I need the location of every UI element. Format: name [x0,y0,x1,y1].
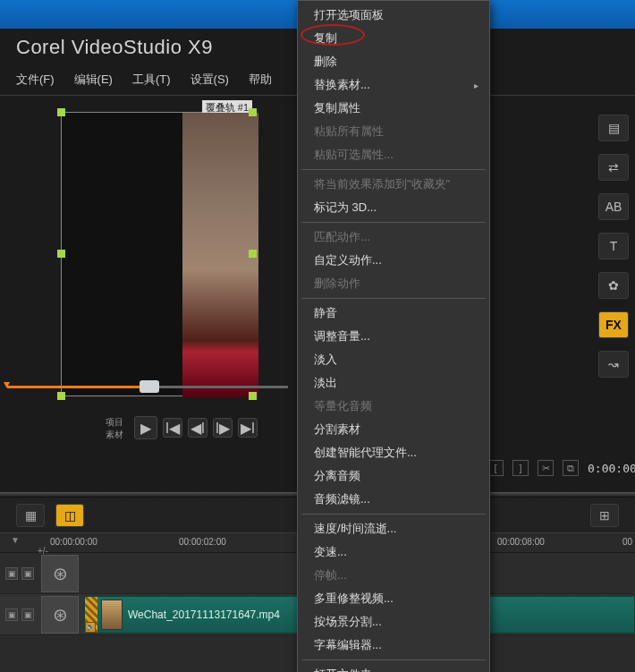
cm-mark-3d[interactable]: 标记为 3D... [298,196,489,219]
cm-replace-clip[interactable]: 替换素材... [298,73,489,97]
cm-separator [301,169,486,170]
step-fwd-button[interactable]: I▶ [213,418,233,438]
scrub-thumb[interactable] [140,380,159,393]
mode-project[interactable]: 项目 [106,416,123,429]
cm-separator [301,222,486,223]
logo-brand: Corel [16,36,72,58]
cm-mute[interactable]: 静音 [298,302,489,325]
fx-tool-icon[interactable]: FX [598,311,629,338]
scrub-in-marker[interactable]: ▾ [4,377,10,391]
ruler-tick: 00 [622,537,632,547]
cm-split-clip[interactable]: 分割素材 [298,418,489,441]
timeline-view-button[interactable]: ◫ [55,504,84,527]
player-controls: ▶ I◀ ◀I I▶ ▶I [134,411,258,445]
path-tool-icon[interactable]: ↝ [598,351,629,378]
track-toggle-group: ▣ ▣ [0,567,36,580]
cm-separator [301,514,486,515]
cm-separate-audio[interactable]: 分离音频 [298,464,489,488]
logo-version: X9 [182,36,213,58]
menu-settings[interactable]: 设置(S) [190,72,229,88]
clip-filename: WeChat_20171113171647.mp4 [128,608,280,621]
preview-pane: 覆叠轨 #1 ▾ 项目 素材 ▶ I◀ ◀I I▶ ▶I [0,96,286,445]
view-options-button[interactable]: ⊞ [590,504,619,527]
timecode-toolbar: [ ] ✂ ⧉ 0:00:00:00 ▲▼ [487,460,635,476]
cm-open-options[interactable]: 打开选项面板 [298,4,489,27]
menu-help[interactable]: 帮助 [249,72,272,88]
preview-scrubber[interactable]: ▾ [0,379,295,395]
track-vis-toggle[interactable]: ▣ [5,608,18,621]
video-track-icon: ⊛ [41,555,79,592]
cm-copy[interactable]: 复制 [298,27,489,50]
cm-adjust-volume[interactable]: 调整音量... [298,325,489,348]
clip-thumbnail [101,600,123,630]
resize-handle-ml[interactable] [57,250,65,258]
storyboard-view-button[interactable]: ▦ [16,504,45,527]
cm-create-proxy[interactable]: 创建智能代理文件... [298,441,489,464]
graphic-tool-icon[interactable]: ✿ [598,272,629,299]
track-toggle-group: ▣ ▣ [0,608,36,621]
preview-frame[interactable]: 覆叠轨 #1 [61,112,253,396]
title-t-tool-icon[interactable]: T [598,233,629,259]
cm-paste-all-attr: 粘贴所有属性 [298,120,489,143]
cm-freeze-frame: 停帧... [298,564,489,587]
track-lock-toggle[interactable]: ▣ [21,567,34,580]
resize-handle-tl[interactable] [57,108,65,116]
cm-open-folder[interactable]: 打开文件夹... [298,663,489,672]
cm-match-motion: 匹配动作... [298,225,489,249]
cm-delete[interactable]: 删除 [298,50,489,73]
title-ab-tool-icon[interactable]: AB [598,193,629,220]
mode-clip[interactable]: 素材 [106,429,123,441]
copy-tc-button[interactable]: ⧉ [563,460,579,476]
cm-multi-trim[interactable]: 多重修整视频... [298,587,489,610]
clip-context-menu: 打开选项面板 复制 删除 替换素材... 复制属性 粘贴所有属性 粘贴可选属性.… [297,0,490,672]
cm-separator [301,298,486,299]
media-tool-icon[interactable]: ▤ [598,115,629,141]
cm-separator [301,659,486,660]
clip-audio-icon: 🔊 [85,622,96,633]
track-vis-toggle[interactable]: ▣ [5,567,18,580]
cm-custom-motion[interactable]: 自定义动作... [298,249,489,272]
go-end-button[interactable]: ▶I [238,418,258,438]
cm-delete-motion: 删除动作 [298,272,489,295]
ruler-tick: 00:00:00:00 [50,537,97,547]
cm-split-scene[interactable]: 按场景分割... [298,610,489,634]
cm-speed-lapse[interactable]: 速度/时间流逝... [298,517,489,540]
cm-add-favorite: 将当前效果添加到"收藏夹" [298,173,489,196]
ruler-tick: 00:00:02:00 [179,537,226,547]
play-button[interactable]: ▶ [134,416,157,439]
menu-file[interactable]: 文件(F) [16,72,55,88]
timecode-display[interactable]: 0:00:00:00 [588,462,635,475]
transition-tool-icon[interactable]: ⇄ [598,154,629,181]
step-back-button[interactable]: ◀I [188,418,207,438]
mark-out-button[interactable]: ] [512,460,529,476]
cm-copy-attr[interactable]: 复制属性 [298,97,489,120]
cut-button[interactable]: ✂ [538,460,554,476]
cm-fade-in[interactable]: 淡入 [298,348,489,371]
ruler-tick: 00:00:08:00 [497,537,545,547]
cm-paste-sel-attr: 粘贴可选属性... [298,143,489,166]
resize-handle-mr[interactable] [249,250,257,258]
track-lock-toggle[interactable]: ▣ [21,608,34,621]
cm-normalize-audio: 等量化音频 [298,395,489,418]
cm-audio-filter[interactable]: 音频滤镜... [298,488,489,511]
preview-video-content [182,113,258,397]
logo-product: VideoStudio [72,36,182,58]
go-start-button[interactable]: I◀ [163,418,182,438]
library-toolbar: ▤ ⇄ AB T ✿ FX ↝ [596,115,631,378]
menu-tool[interactable]: 工具(T) [132,72,171,88]
cm-fade-out[interactable]: 淡出 [298,371,489,395]
cm-subtitle-editor[interactable]: 字幕编辑器... [298,634,489,657]
cm-variable-speed[interactable]: 变速... [298,540,489,564]
scrub-progress [7,386,150,388]
resize-handle-tr[interactable] [249,108,257,116]
overlay-track-icon: ⊛ [41,596,79,634]
player-mode-labels[interactable]: 项目 素材 [106,416,123,441]
menu-edit[interactable]: 编辑(E) [74,72,113,88]
